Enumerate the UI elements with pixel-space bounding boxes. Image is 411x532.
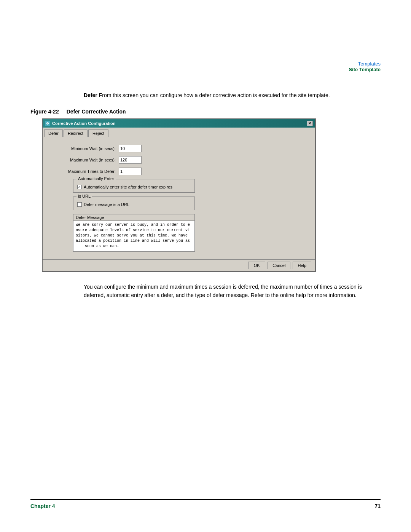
breadcrumb-site-template: Site Template (349, 67, 381, 72)
auto-enter-checkbox-label: Automatically enter site after defer tim… (84, 185, 172, 189)
dialog-wrapper: ⊙ Corrective Action Configuration ✕ Defe… (42, 118, 381, 272)
max-wait-row: Maximum Wait (in secs): (54, 156, 304, 164)
auto-enter-group: Automatically Enter Automatically enter … (73, 179, 195, 193)
figure-title: Defer Corrective Action (67, 109, 126, 115)
intro-paragraph: Defer From this screen you can configure… (30, 91, 381, 99)
defer-message-title: Defer Message (73, 214, 194, 221)
min-wait-label: Minimum Wait (in secs): (54, 146, 119, 151)
is-url-checkbox-row: Defer message is a URL (77, 202, 191, 207)
dialog-titlebar-left: ⊙ Corrective Action Configuration (45, 121, 115, 126)
page-footer: Chapter 4 71 (30, 499, 381, 509)
figure-label: Figure 4-22 (30, 109, 59, 115)
min-wait-input[interactable] (119, 145, 142, 152)
max-times-label: Maximum Times to Defer: (54, 169, 119, 174)
is-url-group: is URL Defer message is a URL (73, 197, 195, 210)
page: Templates Site Template Defer From this … (0, 0, 411, 532)
is-url-group-title: is URL (76, 194, 92, 198)
auto-enter-group-title: Automatically Enter (76, 176, 116, 181)
body-paragraph: You can configure the minimum and maximu… (30, 283, 381, 300)
is-url-checkbox-label: Defer message is a URL (84, 202, 129, 207)
dialog-close-button[interactable]: ✕ (307, 121, 313, 126)
tab-redirect[interactable]: Redirect (64, 129, 88, 137)
max-times-row: Maximum Times to Defer: (54, 168, 304, 175)
tab-reject[interactable]: Reject (88, 129, 108, 137)
dialog-window: ⊙ Corrective Action Configuration ✕ Defe… (42, 118, 316, 272)
intro-text: From this screen you can configure how a… (97, 92, 330, 98)
footer-chapter-label: Chapter 4 (30, 503, 55, 509)
dialog-title: Corrective Action Configuration (52, 121, 115, 126)
dialog-footer: OK Cancel Help (43, 259, 315, 271)
intro-bold: Defer (84, 92, 97, 98)
max-wait-label: Maximum Wait (in secs): (54, 158, 119, 162)
is-url-checkbox[interactable] (77, 202, 82, 207)
figure-heading: Figure 4-22 Defer Corrective Action (30, 109, 381, 115)
dialog-tab-bar: Defer Redirect Reject (43, 128, 315, 137)
cancel-button[interactable]: Cancel (268, 262, 290, 269)
ok-button[interactable]: OK (248, 262, 265, 269)
min-wait-row: Minimum Wait (in secs): (54, 145, 304, 152)
footer-page-number: 71 (374, 503, 381, 509)
max-wait-input[interactable] (119, 156, 142, 164)
main-content: Defer From this screen you can configure… (30, 0, 381, 300)
max-times-input[interactable] (119, 168, 142, 175)
defer-message-text[interactable]: We are sorry our server is busy, and in … (73, 221, 194, 251)
auto-enter-checkbox-row: Automatically enter site after defer tim… (77, 185, 191, 189)
dialog-body: Minimum Wait (in secs): Maximum Wait (in… (43, 137, 315, 259)
dialog-app-icon: ⊙ (45, 121, 50, 126)
help-button[interactable]: Help (293, 262, 311, 269)
breadcrumb: Templates Site Template (349, 61, 381, 72)
auto-enter-checkbox[interactable] (77, 185, 82, 189)
breadcrumb-templates: Templates (349, 61, 381, 67)
dialog-titlebar: ⊙ Corrective Action Configuration ✕ (43, 119, 315, 128)
tab-defer[interactable]: Defer (44, 129, 63, 137)
defer-message-group: Defer Message We are sorry our server is… (73, 214, 195, 252)
